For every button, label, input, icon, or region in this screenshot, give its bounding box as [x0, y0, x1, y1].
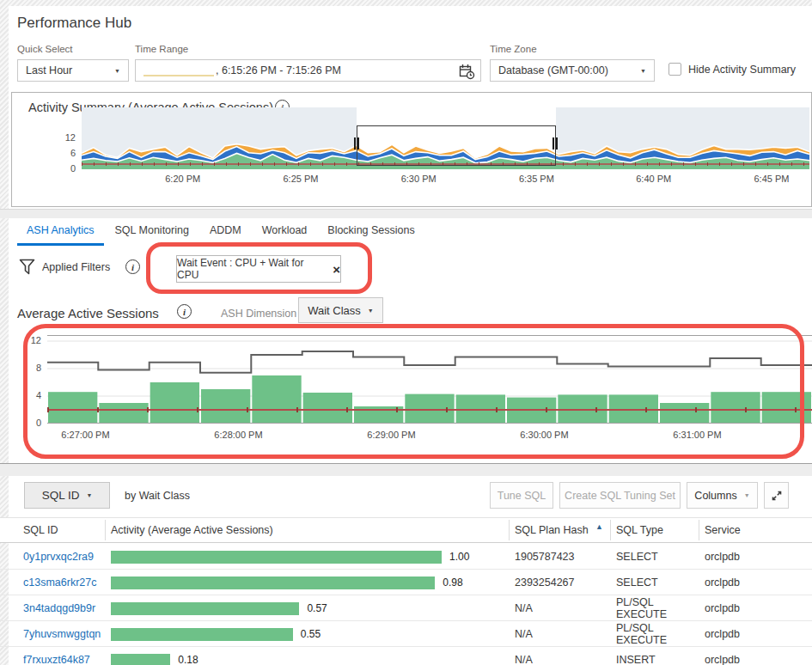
- remove-filter-icon[interactable]: ×: [333, 263, 340, 276]
- tab-addm[interactable]: ADDM: [200, 220, 251, 246]
- y-tick-label: 0: [53, 163, 76, 174]
- service-cell: orclpdb: [699, 570, 812, 595]
- expand-icon: [771, 490, 783, 502]
- activity-value: 0.18: [178, 654, 198, 665]
- table-row: c13sma6rkr27c0.982393254267SELECTorclpdb: [0, 570, 812, 595]
- sql-type-cell: SELECT: [610, 570, 699, 595]
- activity-bar: [111, 654, 170, 665]
- column-header-sql-id[interactable]: SQL ID: [17, 517, 105, 543]
- sort-ascending-icon[interactable]: ▲: [595, 522, 603, 531]
- y-tick-label: 4: [19, 390, 41, 400]
- sql-id-link[interactable]: 3n4tadqgd9b9r: [17, 595, 105, 621]
- tab-bar: ASH AnalyticsSQL MonitoringADDMWorkloadB…: [17, 220, 424, 246]
- calendar-clock-icon[interactable]: [459, 64, 475, 80]
- x-tick-label: 6:28:00 PM: [214, 430, 262, 440]
- time-zone-dropdown[interactable]: Database (GMT-00:00) ▼: [490, 59, 655, 82]
- activity-bar: [111, 551, 442, 564]
- chevron-down-icon: ▼: [368, 308, 374, 314]
- chevron-down-icon: ▼: [114, 68, 120, 74]
- activity-cell: 0.98: [105, 570, 509, 595]
- sql-plan-hash-cell: N/A: [509, 621, 610, 647]
- column-header-sql-plan-hash[interactable]: SQL Plan Hash: [509, 517, 591, 543]
- quick-select-value: Last Hour: [26, 64, 72, 76]
- time-selection-window[interactable]: [357, 125, 556, 166]
- x-tick-label: 6:29:00 PM: [367, 430, 415, 440]
- x-tick-label: 6:40 PM: [636, 174, 671, 184]
- column-header-sql-type[interactable]: SQL Type: [610, 517, 699, 543]
- x-tick-label: 6:20 PM: [165, 174, 200, 184]
- sql-type-cell: PL/SQL EXECUTE: [610, 595, 699, 621]
- time-range-label: Time Range: [135, 44, 188, 54]
- x-tick-label: 6:45 PM: [754, 174, 789, 184]
- section-divider: [0, 209, 812, 218]
- x-tick-label: 6:25 PM: [283, 174, 318, 184]
- ash-chart-x-axis: 6:27:00 PM6:28:00 PM6:29:00 PM6:30:00 PM…: [47, 430, 812, 442]
- sql-id-link[interactable]: f7rxuxzt64k87: [17, 647, 105, 665]
- info-icon[interactable]: i: [177, 304, 192, 319]
- activity-cell: 0.57: [105, 595, 509, 621]
- column-header-service[interactable]: Service: [699, 517, 812, 543]
- ash-dimension-label: ASH Dimension: [221, 308, 296, 320]
- activity-value: 1.00: [449, 551, 469, 563]
- redacted-date: [143, 64, 214, 76]
- activity-value: 0.55: [301, 628, 321, 640]
- page-margin-stripe-top: [0, 0, 812, 6]
- x-tick-label: 6:30 PM: [401, 174, 437, 184]
- hide-activity-checkbox[interactable]: [669, 63, 681, 76]
- service-cell: orclpdb: [699, 647, 812, 665]
- sql-id-link[interactable]: 0y1prvxqc2ra9: [17, 544, 105, 570]
- filter-chip-wait-event[interactable]: Wait Event : CPU + Wait for CPU ×: [176, 255, 341, 283]
- quick-select-dropdown[interactable]: Last Hour ▼: [17, 59, 129, 82]
- chevron-down-icon: ▼: [744, 492, 750, 498]
- dimension-selector-sql-id[interactable]: SQL ID ▼: [24, 482, 110, 509]
- activity-value: 0.98: [443, 577, 462, 589]
- selection-handle-left[interactable]: [354, 137, 360, 149]
- sql-type-cell: INSERT: [610, 647, 699, 665]
- ash-chart-title: Average Active Sessions: [17, 306, 159, 320]
- applied-filters-label: Applied Filters: [42, 261, 110, 273]
- tune-sql-button[interactable]: Tune SQL: [490, 482, 553, 509]
- page-title: Performance Hub: [17, 15, 131, 32]
- y-tick-label: 0: [19, 418, 41, 428]
- sql-id-link[interactable]: 7yhuvsmwggtqn: [17, 621, 105, 647]
- ash-bar-chart[interactable]: [47, 335, 812, 424]
- y-tick-label: 12: [19, 335, 41, 345]
- x-tick-label: 6:31:00 PM: [673, 430, 721, 440]
- sql-plan-hash-cell: 1905787423: [509, 544, 610, 570]
- expand-table-button[interactable]: [764, 482, 789, 509]
- ash-dimension-dropdown[interactable]: Wait Class ▼: [298, 297, 383, 323]
- activity-bar: [111, 602, 299, 615]
- activity-value: 0.57: [307, 602, 327, 614]
- sql-type-cell: SELECT: [610, 544, 699, 570]
- service-cell: orclpdb: [699, 544, 812, 570]
- create-sql-tuning-set-button[interactable]: Create SQL Tuning Set: [559, 482, 681, 509]
- tab-blocking-sessions[interactable]: Blocking Sessions: [318, 220, 424, 246]
- time-range-input[interactable]: , 6:15:26 PM - 7:15:26 PM: [135, 59, 481, 82]
- x-tick-label: 6:30:00 PM: [520, 430, 568, 440]
- tab-ash-analytics[interactable]: ASH Analytics: [17, 220, 104, 246]
- sql-plan-hash-cell: 2393254267: [509, 570, 610, 595]
- service-cell: orclpdb: [699, 621, 812, 647]
- filter-funnel-icon: [19, 259, 35, 276]
- sql-plan-hash-cell: N/A: [509, 647, 610, 665]
- tab-workload[interactable]: Workload: [253, 220, 317, 246]
- info-icon[interactable]: i: [125, 259, 140, 274]
- sql-type-cell: PL/SQL EXECUTE: [610, 621, 699, 647]
- quick-select-label: Quick Select: [17, 44, 73, 54]
- columns-dropdown-button[interactable]: Columns ▼: [687, 482, 758, 509]
- y-tick-label: 8: [19, 363, 41, 373]
- time-zone-label: Time Zone: [490, 44, 537, 54]
- time-range-value: , 6:15:26 PM - 7:15:26 PM: [216, 64, 341, 76]
- activity-cell: 1.00: [105, 544, 509, 570]
- tab-sql-monitoring[interactable]: SQL Monitoring: [106, 220, 198, 246]
- column-header-activity[interactable]: Activity (Average Active Sessions): [105, 517, 509, 543]
- table-row: 3n4tadqgd9b9r0.57N/APL/SQL EXECUTEorclpd…: [0, 595, 812, 621]
- table-row: 0y1prvxqc2ra91.001905787423SELECTorclpdb: [0, 544, 812, 570]
- sql-id-link[interactable]: c13sma6rkr27c: [17, 570, 105, 595]
- y-tick-label: 12: [53, 132, 76, 143]
- selection-handle-right[interactable]: [553, 137, 559, 149]
- section-divider: [0, 463, 812, 476]
- y-tick-label: 6: [53, 148, 76, 158]
- activity-bar: [111, 577, 435, 589]
- filter-chip-label: Wait Event : CPU + Wait for CPU: [177, 257, 327, 281]
